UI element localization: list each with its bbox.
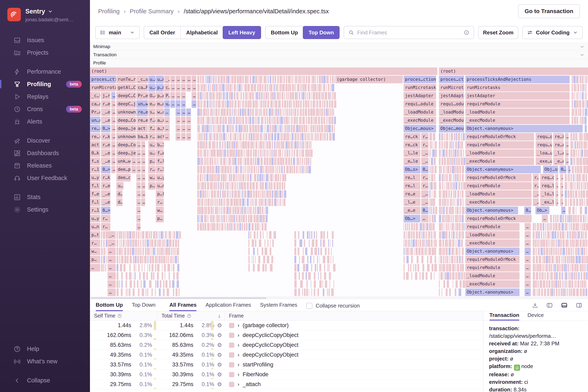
flamegraph-frame[interactable] [221,215,221,222]
flamegraph-frame[interactable] [142,264,142,272]
flamegraph-frame[interactable] [265,248,267,255]
flamegraph-frame[interactable] [305,141,306,149]
flamegraph-frame[interactable] [221,223,224,230]
flamegraph-frame[interactable] [225,223,226,230]
flamegraph-frame[interactable] [585,76,585,83]
flamegraph-frame[interactable] [133,272,133,280]
flamegraph-frame[interactable] [299,166,301,173]
flamegraph-frame[interactable] [444,223,444,230]
flamegraph-frame[interactable] [453,174,455,182]
flamegraph-frame[interactable] [579,141,581,149]
flamegraph-frame[interactable] [286,116,288,124]
flamegraph-frame[interactable]: u… [116,182,123,190]
flamegraph-frame[interactable] [250,190,252,198]
flamegraph-frame[interactable]: … [176,84,180,92]
flamegraph-frame[interactable] [583,288,585,296]
flamegraph-frame[interactable]: … [136,149,140,157]
flamegraph-frame[interactable] [557,231,559,239]
flamegraph-frame[interactable]: … [176,100,180,108]
flamegraph-frame[interactable] [456,223,458,230]
flamegraph-frame[interactable] [272,166,274,173]
flamegraph-frame[interactable] [142,231,145,239]
flamegraph-frame[interactable] [412,239,415,247]
flamegraph-frame[interactable]: _e…le [404,158,420,165]
flamegraph-frame[interactable] [173,248,175,255]
flamegraph-frame[interactable] [213,207,214,214]
flamegraph-frame[interactable] [450,215,451,222]
flamegraph-frame[interactable] [587,264,588,272]
flamegraph-frame[interactable]: _…e [101,198,110,206]
flamegraph-frame[interactable] [554,272,556,280]
flamegraph-frame[interactable] [452,264,455,272]
flamegraph-frame[interactable] [223,116,224,124]
flamegraph-frame[interactable]: f…e [156,149,164,157]
flamegraph-frame[interactable] [106,239,108,247]
flamegraph-frame[interactable] [296,92,298,100]
flamegraph-frame[interactable] [241,125,242,132]
flamegraph-frame[interactable] [202,76,204,83]
flamegraph-frame[interactable] [153,248,155,255]
flamegraph-frame[interactable] [533,239,535,247]
flamegraph-frame[interactable] [450,141,452,149]
flamegraph-frame[interactable] [123,239,124,247]
flamegraph-frame[interactable] [584,133,586,140]
flamegraph-frame[interactable] [166,239,168,247]
flamegraph-frame[interactable] [210,149,210,157]
flamegraph-frame[interactable] [551,280,553,288]
flamegraph-frame[interactable] [577,158,579,165]
flamegraph-frame[interactable] [586,174,587,182]
flamegraph-frame[interactable]: … [186,125,191,132]
flamegraph-frame[interactable]: f…l [90,182,100,190]
flamegraph-frame[interactable]: runMicrotasks [465,84,570,92]
flamegraph-frame[interactable] [278,174,279,182]
details-tab-transaction[interactable]: Transaction [489,312,519,320]
flamegraph-frame[interactable] [217,198,218,206]
flamegraph-frame[interactable] [295,92,296,100]
flamegraph-frame[interactable] [564,280,565,288]
flamegraph-frame[interactable] [580,239,582,247]
flamegraph-frame[interactable] [290,116,290,124]
flamegraph-frame[interactable] [463,182,466,190]
flamegraph-frame[interactable] [209,100,211,108]
flamegraph-frame[interactable] [289,100,291,108]
flamegraph-frame[interactable] [250,116,251,124]
flamegraph-frame[interactable] [320,248,322,255]
flamegraph-frame[interactable] [557,215,558,222]
flamegraph-frame[interactable] [294,264,296,272]
flamegraph-frame[interactable] [138,239,139,247]
flamegraph-frame[interactable]: r…k [101,133,110,140]
flamegraph-frame[interactable] [221,198,223,206]
flamegraph-frame[interactable]: deep…Copy [116,116,136,124]
flamegraph-frame[interactable]: … [111,133,115,140]
flamegraph-frame[interactable]: _loadModule [465,190,532,198]
flamegraph-frame[interactable]: … [525,223,531,230]
flamegraph-frame[interactable] [212,215,215,222]
flamegraph-frame[interactable] [257,108,259,116]
flamegraph-frame[interactable] [165,272,165,280]
flamegraph-frame[interactable] [429,166,430,173]
flamegraph-frame[interactable] [220,125,221,132]
flamegraph-frame[interactable] [572,100,573,108]
flamegraph-frame[interactable] [571,149,573,157]
flamegraph-frame[interactable] [253,248,255,255]
flamegraph-frame[interactable] [404,231,404,239]
flamegraph-frame[interactable] [575,92,575,100]
flamegraph-frame[interactable] [260,182,262,190]
flamegraph-frame[interactable] [274,108,275,116]
flamegraph-frame[interactable] [253,207,254,214]
flamegraph-frame[interactable] [103,248,103,255]
flamegraph-frame[interactable] [250,100,252,108]
sidebar-item-discover[interactable]: Discover [0,134,90,147]
flamegraph-frame[interactable] [222,125,225,132]
flamegraph-frame[interactable] [225,92,226,100]
flamegraph-frame[interactable] [211,116,211,124]
flamegraph-frame[interactable] [237,133,238,140]
flamegraph-frame[interactable] [572,92,573,100]
flamegraph-frame[interactable]: … [141,182,145,190]
flamegraph-frame[interactable] [315,116,317,124]
flamegraph-frame[interactable] [141,280,142,288]
flamegraph-frame[interactable]: requireModule [465,223,520,230]
flamegraph-frame[interactable] [580,223,581,230]
flamegraph-frame[interactable] [203,100,206,108]
flamegraph-frame[interactable] [206,116,207,124]
